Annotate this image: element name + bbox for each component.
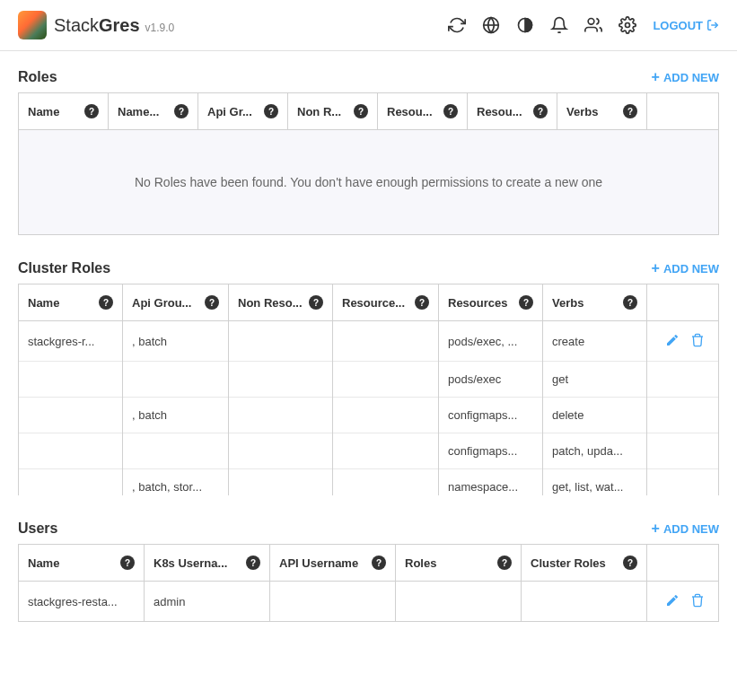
help-icon[interactable]: ? <box>533 104 548 118</box>
cell-verbs: create <box>543 321 647 362</box>
cell-roles <box>396 582 522 622</box>
header-actions: LOGOUT <box>448 16 719 34</box>
help-icon[interactable]: ? <box>309 295 323 310</box>
svg-point-4 <box>626 23 630 28</box>
help-icon[interactable]: ? <box>246 556 260 570</box>
cell-actions <box>647 398 719 433</box>
refresh-icon[interactable] <box>448 16 466 34</box>
cell-apiuser <box>270 582 396 622</box>
help-icon[interactable]: ? <box>120 556 135 570</box>
cell-nonres <box>229 433 333 469</box>
logo <box>18 11 47 39</box>
users-section: Users ADD NEW Name? K8s Userna...? API U… <box>18 521 719 622</box>
help-icon[interactable]: ? <box>205 295 219 310</box>
table-row[interactable]: pods/exec get <box>19 362 719 398</box>
cell-verbs: patch, upda... <box>543 433 647 469</box>
users-col-clusterroles[interactable]: Cluster Roles? <box>522 545 647 582</box>
roles-col-verbs[interactable]: Verbs? <box>557 93 647 130</box>
help-icon[interactable]: ? <box>372 556 386 570</box>
help-icon[interactable]: ? <box>84 104 99 118</box>
logout-label: LOGOUT <box>653 19 703 32</box>
help-icon[interactable]: ? <box>443 104 458 118</box>
cell-name: stackgres-resta... <box>19 582 145 622</box>
brand-bold: Gres <box>99 15 140 35</box>
delete-icon[interactable] <box>689 592 706 608</box>
users-col-k8suser[interactable]: K8s Userna...? <box>145 545 270 582</box>
cell-actions <box>647 469 719 496</box>
cluster-col-name[interactable]: Name? <box>19 284 123 321</box>
users-col-actions <box>647 545 719 582</box>
table-row[interactable]: , batch, stor... namespace... get, list,… <box>19 469 719 496</box>
help-icon[interactable]: ? <box>623 556 637 570</box>
table-row[interactable]: stackgres-r... , batch pods/exec, ... cr… <box>19 321 719 362</box>
users-add-new-button[interactable]: ADD NEW <box>652 521 719 537</box>
roles-col-namespace[interactable]: Name...? <box>109 93 198 130</box>
roles-col-name[interactable]: Name? <box>19 93 109 130</box>
cluster-col-verbs[interactable]: Verbs? <box>543 284 647 321</box>
help-icon[interactable]: ? <box>99 295 113 310</box>
roles-col-apigroups[interactable]: Api Gr...? <box>198 93 288 130</box>
cluster-col-actions <box>647 284 719 321</box>
cell-apigroups: , batch <box>123 321 229 362</box>
help-icon[interactable]: ? <box>519 295 533 310</box>
roles-add-new-button[interactable]: ADD NEW <box>652 69 719 85</box>
gear-icon[interactable] <box>619 16 636 34</box>
globe-icon[interactable] <box>482 16 500 34</box>
cell-resources: namespace... <box>439 469 543 496</box>
cell-name: stackgres-r... <box>19 321 123 362</box>
cell-clusterroles <box>522 582 647 622</box>
theme-icon[interactable] <box>516 16 534 34</box>
cell-nonres <box>229 469 333 496</box>
cell-nonres <box>229 398 333 433</box>
cell-resources: configmaps... <box>439 398 543 433</box>
cell-verbs: get, list, wat... <box>543 469 647 496</box>
cell-nonres <box>229 321 333 362</box>
cell-verbs: delete <box>543 398 647 433</box>
cell-actions <box>647 433 719 469</box>
cluster-col-resources[interactable]: Resources? <box>439 284 543 321</box>
roles-col-resnames[interactable]: Resou...? <box>378 93 468 130</box>
help-icon[interactable]: ? <box>264 104 278 118</box>
help-icon[interactable]: ? <box>497 556 512 570</box>
cluster-roles-title: Cluster Roles <box>18 260 110 276</box>
users-icon[interactable] <box>584 16 602 34</box>
cell-resnames <box>333 362 439 398</box>
cell-name <box>19 433 123 469</box>
edit-icon[interactable] <box>664 332 680 348</box>
cell-actions <box>647 362 719 398</box>
logout-button[interactable]: LOGOUT <box>653 19 719 32</box>
cell-resnames <box>333 321 439 362</box>
help-icon[interactable]: ? <box>174 104 189 118</box>
cluster-roles-add-new-button[interactable]: ADD NEW <box>652 260 719 276</box>
cluster-col-nonres[interactable]: Non Reso...? <box>229 284 333 321</box>
help-icon[interactable]: ? <box>415 295 429 310</box>
help-icon[interactable]: ? <box>623 104 637 118</box>
cell-k8suser: admin <box>145 582 270 622</box>
cluster-col-apigroups[interactable]: Api Grou...? <box>123 284 229 321</box>
cell-resnames <box>333 398 439 433</box>
roles-col-nonres[interactable]: Non R...? <box>288 93 378 130</box>
users-col-name[interactable]: Name? <box>19 545 145 582</box>
roles-section: Roles ADD NEW Name? Name...? Api Gr...? … <box>18 69 719 235</box>
brand-prefix: Stack <box>54 15 99 35</box>
table-row[interactable]: stackgres-resta... admin <box>19 582 719 622</box>
table-row[interactable]: , batch configmaps... delete <box>19 398 719 433</box>
cell-resources: pods/exec <box>439 362 543 398</box>
cell-apigroups: , batch, stor... <box>123 469 229 496</box>
users-col-roles[interactable]: Roles? <box>396 545 522 582</box>
help-icon[interactable]: ? <box>623 295 637 310</box>
cluster-col-resnames[interactable]: Resource...? <box>333 284 439 321</box>
edit-icon[interactable] <box>664 592 680 608</box>
cell-apigroups <box>123 362 229 398</box>
cell-resnames <box>333 469 439 496</box>
users-col-apiuser[interactable]: API Username? <box>270 545 396 582</box>
cell-name <box>19 398 123 433</box>
bell-icon[interactable] <box>550 16 568 34</box>
help-icon[interactable]: ? <box>354 104 368 118</box>
roles-col-resources[interactable]: Resou...? <box>468 93 557 130</box>
table-row[interactable]: configmaps... patch, upda... <box>19 433 719 469</box>
cell-resnames <box>333 433 439 469</box>
cell-apigroups: , batch <box>123 398 229 433</box>
roles-table: Name? Name...? Api Gr...? Non R...? Reso… <box>18 92 719 130</box>
delete-icon[interactable] <box>689 332 706 348</box>
